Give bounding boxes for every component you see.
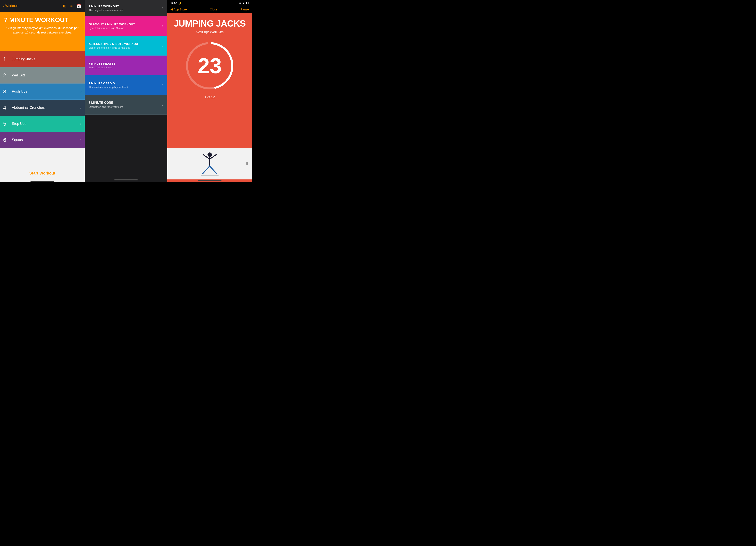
chevron-icon-2: ›	[80, 73, 82, 77]
back-label: Workouts	[5, 4, 19, 8]
start-workout-button[interactable]: Start Workout	[29, 171, 55, 175]
workout-nav: ◀ App Store Close Pause	[167, 6, 252, 13]
workout-chevron-5: ›	[162, 83, 163, 87]
exercise-name-5: Step Ups	[12, 122, 80, 126]
battery-icon: ▮▯	[246, 2, 249, 4]
wifi-icon: ▲	[243, 2, 245, 4]
status-time: 14:52 🌙	[170, 2, 181, 5]
back-button[interactable]: ‹ Workouts	[3, 4, 19, 8]
exercise-list: 1 Jumping Jacks › 2 Wall Sits › 3 Push U…	[0, 51, 85, 166]
exercise-num-4: 4	[3, 105, 12, 111]
workout-subtitle-5: 12 exercises to strength your heart	[89, 86, 162, 89]
exercise-figure-area: ⏸	[167, 148, 252, 179]
exercise-num-1: 1	[3, 56, 12, 62]
workout-item-4[interactable]: 7 MINUTE PILATES Time to stretch it out …	[85, 56, 167, 75]
home-indicator-mid	[114, 179, 138, 180]
exercise-figure	[201, 152, 219, 178]
hero-section: 7 MINUTE WORKOUT 12 high intensity bodyw…	[0, 12, 85, 51]
pause-icon: ⏸	[245, 161, 249, 166]
svg-point-2	[208, 42, 211, 45]
exercise-display: JUMPING JACKS Next up: Wall Sits 23 1 of…	[167, 13, 252, 148]
workout-chevron-6: ›	[162, 103, 163, 107]
exercise-num-3: 3	[3, 88, 12, 95]
exercise-item-6[interactable]: 6 Squats ›	[0, 132, 85, 148]
workout-item-text-1: 7 MINUTE WORKOUT The original workout ex…	[89, 1, 162, 16]
workout-title-3: ALTERNATIVE 7 MINUTE WORKOUT	[89, 42, 162, 45]
exercise-num-6: 6	[3, 137, 12, 143]
workout-item-text-6: 7 MINUTE CORE Strengthen and tone your c…	[89, 97, 162, 112]
menu-icon[interactable]: ≡	[70, 4, 73, 8]
pause-icon-button[interactable]: ⏸	[244, 161, 250, 166]
exercise-name-6: Squats	[12, 138, 80, 142]
home-indicator	[31, 181, 54, 182]
exercise-name-1: Jumping Jacks	[12, 57, 80, 61]
next-exercise-label: Next up: Wall Sits	[196, 30, 223, 34]
timer-circle: 23	[184, 40, 235, 91]
exercise-item-3[interactable]: 3 Push Ups ›	[0, 83, 85, 100]
workout-title-4: 7 MINUTE PILATES	[89, 62, 162, 65]
workout-title-1: 7 MINUTE WORKOUT	[89, 5, 162, 8]
workout-list: 7 MINUTE WORKOUT The original workout ex…	[85, 0, 167, 178]
exercise-counter: 1 of 12	[205, 95, 215, 99]
calendar-icon[interactable]: 📅	[77, 4, 82, 8]
workout-item-text-3: ALTERNATIVE 7 MINUTE WORKOUT Sick of the…	[89, 38, 162, 53]
exercise-item-2[interactable]: 2 Wall Sits ›	[0, 67, 85, 83]
app-store-back[interactable]: ◀ App Store	[170, 7, 187, 11]
workout-item-text-5: 7 MINUTE CARDIO 12 exercises to strength…	[89, 78, 162, 93]
exercise-name-3: Push Ups	[12, 89, 80, 94]
exercise-name-2: Wall Sits	[12, 73, 80, 77]
svg-line-8	[210, 166, 217, 173]
exercise-item-1[interactable]: 1 Jumping Jacks ›	[0, 51, 85, 67]
back-chevron-icon: ‹	[3, 4, 5, 8]
workout-item-text-4: 7 MINUTE PILATES Time to stretch it out	[89, 58, 162, 73]
hero-title: 7 MINUTE WORKOUT	[4, 17, 81, 23]
hero-description: 12 high intensity bodyweight exercises. …	[4, 26, 81, 35]
workout-chevron-4: ›	[162, 63, 163, 67]
home-indicator-right	[198, 180, 221, 181]
chevron-icon-4: ›	[80, 106, 82, 110]
workout-subtitle-2: By celebrity trainer Ngo Okafor	[89, 27, 162, 30]
chevron-icon-1: ›	[80, 57, 82, 61]
nav-icons: ⊞ ≡ 📅	[63, 4, 82, 8]
workout-title-6: 7 MINUTE CORE	[89, 101, 162, 105]
exercise-item-5[interactable]: 5 Step Ups ›	[0, 116, 85, 132]
active-workout-panel: 14:52 🌙 ●● ▲ ▮▯ ◀ App Store Close Pause …	[167, 0, 252, 182]
exercise-num-2: 2	[3, 72, 12, 79]
signal-icon: ●●	[239, 2, 242, 4]
workout-subtitle-3: Sick of the original? Time to mix it up	[89, 46, 162, 49]
svg-point-3	[208, 152, 212, 157]
workout-chevron-3: ›	[162, 44, 163, 48]
workout-item-1[interactable]: 7 MINUTE WORKOUT The original workout ex…	[85, 0, 167, 16]
exercise-name-4: Abdominal Crunches	[12, 106, 80, 110]
exercise-list-panel: ‹ Workouts ⊞ ≡ 📅 7 MINUTE WORKOUT 12 hig…	[0, 0, 85, 182]
app-store-label: App Store	[174, 8, 187, 11]
workout-chevron-2: ›	[162, 24, 163, 28]
status-bar: 14:52 🌙 ●● ▲ ▮▯	[167, 0, 252, 6]
workout-title-2: GLAMOUR 7 MINUTE WORKOUT	[89, 22, 162, 26]
workout-subtitle-6: Strengthen and tone your core	[89, 105, 162, 108]
workout-subtitle-4: Time to stretch it out	[89, 66, 162, 69]
workout-item-6[interactable]: 7 MINUTE CORE Strengthen and tone your c…	[85, 95, 167, 115]
nav-bar: ‹ Workouts ⊞ ≡ 📅	[0, 0, 85, 12]
workout-subtitle-1: The original workout exercises	[89, 9, 162, 12]
bottom-bar: Start Workout	[0, 166, 85, 180]
workout-selection-panel: 7 MINUTE WORKOUT The original workout ex…	[85, 0, 167, 182]
svg-line-7	[203, 166, 210, 173]
workout-chevron-1: ›	[162, 6, 163, 10]
copy-icon[interactable]: ⊞	[63, 4, 66, 8]
workout-item-5[interactable]: 7 MINUTE CARDIO 12 exercises to strength…	[85, 75, 167, 95]
workout-title-5: 7 MINUTE CARDIO	[89, 81, 162, 85]
workout-item-3[interactable]: ALTERNATIVE 7 MINUTE WORKOUT Sick of the…	[85, 36, 167, 56]
chevron-icon-6: ›	[80, 138, 82, 142]
workout-item-text-2: GLAMOUR 7 MINUTE WORKOUT By celebrity tr…	[89, 19, 162, 33]
chevron-icon-5: ›	[80, 122, 82, 126]
status-icons: ●● ▲ ▮▯	[239, 2, 249, 4]
workout-item-2[interactable]: GLAMOUR 7 MINUTE WORKOUT By celebrity tr…	[85, 16, 167, 36]
chevron-icon-3: ›	[80, 89, 82, 94]
close-button[interactable]: Close	[210, 8, 217, 11]
exercise-item-4[interactable]: 4 Abdominal Crunches ›	[0, 100, 85, 116]
timer-countdown: 23	[198, 55, 222, 77]
exercise-num-5: 5	[3, 121, 12, 127]
app-store-chevron: ◀	[170, 7, 173, 11]
pause-button[interactable]: Pause	[240, 8, 249, 11]
